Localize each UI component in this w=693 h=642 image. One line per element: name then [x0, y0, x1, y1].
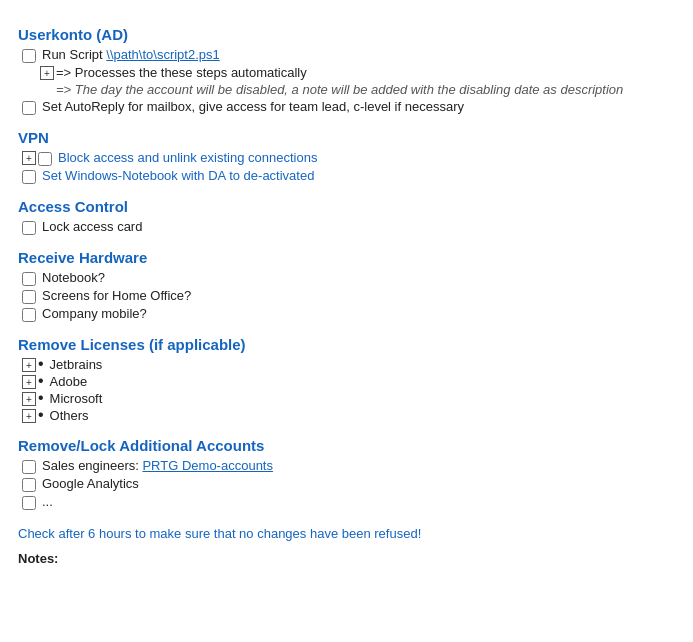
section-userkonto: Userkonto (AD) Run Script \\path\to\scri…	[18, 26, 675, 115]
microsoft-expand[interactable]: +	[22, 392, 36, 406]
mobile-row: Company mobile?	[22, 306, 675, 322]
others-bullet: •	[38, 407, 44, 423]
adobe-bullet: •	[38, 373, 44, 389]
adobe-expand[interactable]: +	[22, 375, 36, 389]
mobile-text: Company mobile?	[42, 306, 147, 321]
notebook-row: Notebook?	[22, 270, 675, 286]
section-title-remove-licenses: Remove Licenses (if applicable)	[18, 336, 675, 353]
sales-engineers-text: Sales engineers: PRTG Demo-accounts	[42, 458, 273, 473]
google-analytics-checkbox[interactable]	[22, 478, 36, 492]
jetbrains-bullet: •	[38, 356, 44, 372]
lock-card-checkbox[interactable]	[22, 221, 36, 235]
mobile-checkbox[interactable]	[22, 308, 36, 322]
autoreply-row: Set AutoReply for mailbox, give access f…	[22, 99, 675, 115]
microsoft-bullet: •	[38, 390, 44, 406]
processes-text: => Processes the these steps automatical…	[56, 65, 307, 80]
jetbrains-text: Jetbrains	[50, 357, 103, 372]
expand-processes-row: + => Processes the these steps automatic…	[40, 65, 675, 80]
vpn-expand-icon[interactable]: +	[22, 151, 36, 165]
vpn-windows-text: Set Windows-Notebook with DA to de-activ…	[42, 168, 314, 183]
microsoft-text: Microsoft	[50, 391, 103, 406]
google-analytics-row: Google Analytics	[22, 476, 675, 492]
google-analytics-text: Google Analytics	[42, 476, 139, 491]
section-title-receive-hardware: Receive Hardware	[18, 249, 675, 266]
section-remove-lock-accounts: Remove/Lock Additional Accounts Sales en…	[18, 437, 675, 510]
section-title-userkonto: Userkonto (AD)	[18, 26, 675, 43]
adobe-text: Adobe	[50, 374, 88, 389]
autoreply-checkbox[interactable]	[22, 101, 36, 115]
vpn-block-text: Block access and unlink existing connect…	[58, 150, 317, 165]
vpn-block-row: + Block access and unlink existing conne…	[22, 150, 675, 166]
section-remove-licenses: Remove Licenses (if applicable) + • Jetb…	[18, 336, 675, 423]
section-title-vpn: VPN	[18, 129, 675, 146]
autoreply-text: Set AutoReply for mailbox, give access f…	[42, 99, 464, 114]
others-row: + • Others	[22, 408, 675, 423]
jetbrains-expand[interactable]: +	[22, 358, 36, 372]
ellipsis-checkbox[interactable]	[22, 496, 36, 510]
section-access-control: Access Control Lock access card	[18, 198, 675, 235]
run-script-checkbox[interactable]	[22, 49, 36, 63]
script-link[interactable]: \\path\to\script2.ps1	[106, 47, 219, 62]
microsoft-row: + • Microsoft	[22, 391, 675, 406]
screens-checkbox[interactable]	[22, 290, 36, 304]
notes-label: Notes:	[18, 551, 675, 566]
ellipsis-row: ...	[22, 494, 675, 510]
prtg-link[interactable]: PRTG Demo-accounts	[142, 458, 273, 473]
screens-row: Screens for Home Office?	[22, 288, 675, 304]
section-title-remove-lock: Remove/Lock Additional Accounts	[18, 437, 675, 454]
others-expand[interactable]: +	[22, 409, 36, 423]
run-script-row: Run Script \\path\to\script2.ps1	[22, 47, 675, 63]
sales-engineers-row: Sales engineers: PRTG Demo-accounts	[22, 458, 675, 474]
sales-engineers-checkbox[interactable]	[22, 460, 36, 474]
others-text: Others	[50, 408, 89, 423]
section-title-access-control: Access Control	[18, 198, 675, 215]
arrow-note-text: => The day the account will be disabled,…	[56, 82, 623, 97]
ellipsis-text: ...	[42, 494, 53, 509]
notebook-checkbox[interactable]	[22, 272, 36, 286]
vpn-block-checkbox[interactable]	[38, 152, 52, 166]
section-vpn: VPN + Block access and unlink existing c…	[18, 129, 675, 184]
arrow-note-row: => The day the account will be disabled,…	[40, 82, 675, 97]
lock-card-text: Lock access card	[42, 219, 142, 234]
check-note: Check after 6 hours to make sure that no…	[18, 526, 675, 541]
expand-icon[interactable]: +	[40, 66, 54, 80]
run-script-label: Run Script \\path\to\script2.ps1	[42, 47, 220, 62]
adobe-row: + • Adobe	[22, 374, 675, 389]
vpn-windows-row: Set Windows-Notebook with DA to de-activ…	[22, 168, 675, 184]
lock-card-row: Lock access card	[22, 219, 675, 235]
vpn-windows-checkbox[interactable]	[22, 170, 36, 184]
section-receive-hardware: Receive Hardware Notebook? Screens for H…	[18, 249, 675, 322]
screens-text: Screens for Home Office?	[42, 288, 191, 303]
notebook-text: Notebook?	[42, 270, 105, 285]
jetbrains-row: + • Jetbrains	[22, 357, 675, 372]
